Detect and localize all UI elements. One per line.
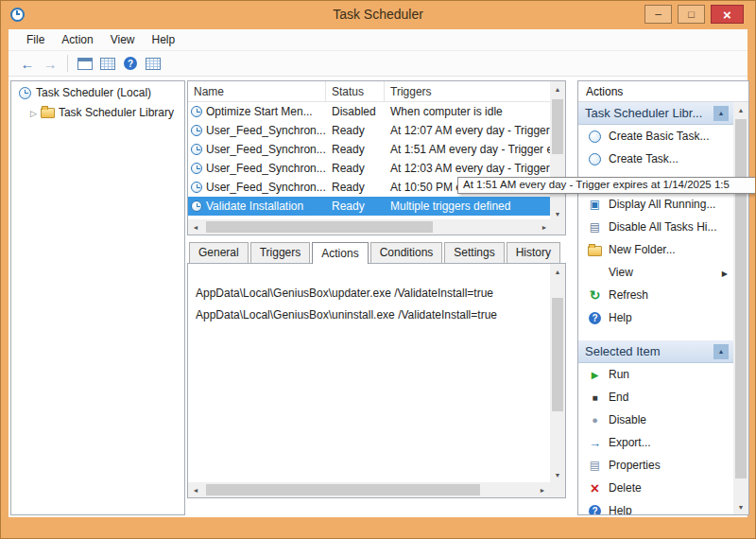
action-refresh[interactable]: Refresh	[578, 284, 733, 306]
scrollbar-thumb[interactable]	[206, 484, 480, 496]
task-row[interactable]: User_Feed_Synchron... Ready At 12:03 AM …	[188, 159, 550, 178]
action-create-task[interactable]: Create Task...	[578, 148, 733, 170]
scroll-up-icon[interactable]	[550, 81, 565, 96]
menu-view[interactable]: View	[102, 30, 144, 49]
scroll-track[interactable]	[733, 117, 748, 499]
tab-actions[interactable]: Actions	[312, 242, 368, 264]
menu-help[interactable]: Help	[144, 30, 184, 49]
tree-item-task-scheduler-local[interactable]: Task Scheduler (Local)	[11, 81, 184, 102]
expand-arrow-icon[interactable]	[30, 106, 37, 119]
menu-action[interactable]: Action	[53, 30, 101, 49]
task-details-pane: GeneralTriggersActionsConditionsSettings…	[187, 242, 566, 498]
help-icon[interactable]	[120, 54, 141, 73]
action-view[interactable]: View	[578, 261, 733, 284]
tab-settings[interactable]: Settings	[444, 242, 504, 263]
view-icon	[588, 266, 602, 280]
task-status: Ready	[326, 181, 385, 194]
action-display-all-running[interactable]: Display All Running...	[578, 193, 733, 216]
back-icon[interactable]	[17, 54, 38, 73]
scroll-left-icon[interactable]	[188, 219, 203, 235]
new-folder-icon	[588, 243, 602, 257]
scrollbar-thumb[interactable]	[552, 298, 563, 411]
action-help[interactable]: Help	[578, 306, 733, 329]
details-content: AppData\Local\GeniusBox\updater.exe /Val…	[187, 263, 566, 498]
task-status: Ready	[326, 200, 385, 213]
details-hscrollbar[interactable]	[188, 482, 550, 497]
scroll-up-icon[interactable]	[550, 264, 565, 279]
console-window-icon[interactable]	[75, 54, 95, 73]
task-status: Ready	[326, 124, 385, 137]
actions-section-header[interactable]: Selected Item	[578, 340, 733, 363]
task-list-hscrollbar[interactable]	[188, 219, 552, 235]
tab-general[interactable]: General	[189, 242, 249, 263]
scroll-track[interactable]	[550, 279, 565, 467]
console-tree-icon[interactable]	[97, 54, 118, 73]
action-disable-all-tasks-hi[interactable]: Disable All Tasks Hi...	[578, 216, 733, 238]
forward-icon[interactable]	[40, 54, 60, 73]
action-help[interactable]: Help	[578, 499, 733, 514]
tab-triggers[interactable]: Triggers	[250, 242, 311, 263]
export-icon	[588, 436, 602, 450]
action-delete[interactable]: Delete	[578, 477, 733, 499]
task-row[interactable]: Validate Installation Ready Multiple tri…	[188, 197, 550, 216]
action-new-folder[interactable]: New Folder...	[578, 238, 733, 261]
column-header-name[interactable]: Name	[188, 81, 326, 101]
task-row[interactable]: Optimize Start Men... Disabled When comp…	[188, 102, 550, 121]
scroll-up-icon[interactable]	[733, 102, 748, 117]
collapse-chevron-icon[interactable]	[713, 344, 729, 359]
action-create-basic-task[interactable]: Create Basic Task...	[578, 125, 733, 148]
section-header-label: Task Scheduler Libr...	[585, 106, 702, 120]
action-line: AppData\Local\GeniusBox\uninstall.exe /V…	[196, 304, 546, 326]
tab-conditions[interactable]: Conditions	[370, 242, 443, 263]
run-icon	[588, 368, 602, 382]
titlebar[interactable]: Task Scheduler	[1, 1, 755, 29]
create-task-icon	[588, 152, 602, 166]
disable-icon	[588, 413, 602, 427]
action-run[interactable]: Run	[578, 363, 733, 386]
action-item-label: End	[609, 391, 628, 404]
tab-history[interactable]: History	[507, 242, 560, 263]
action-pane-icon[interactable]	[143, 54, 163, 73]
task-status: Ready	[326, 162, 385, 175]
action-properties[interactable]: Properties	[578, 454, 733, 477]
action-export[interactable]: Export...	[578, 431, 733, 454]
tree-item-task-scheduler-library[interactable]: Task Scheduler Library	[11, 102, 184, 122]
refresh-icon	[588, 288, 602, 303]
task-name: User_Feed_Synchron...	[206, 162, 326, 175]
content-area: Task Scheduler (Local) Task Scheduler Li…	[9, 77, 747, 517]
scrollbar-thumb[interactable]	[552, 99, 563, 154]
minimize-button[interactable]	[644, 5, 672, 24]
scroll-left-icon[interactable]	[188, 482, 203, 497]
scroll-down-icon[interactable]	[733, 499, 748, 514]
task-triggers: Multiple triggers defined	[385, 200, 550, 213]
action-item-label: Disable All Tasks Hi...	[609, 220, 717, 234]
task-row[interactable]: User_Feed_Synchron... Ready At 12:07 AM …	[188, 121, 550, 140]
action-disable[interactable]: Disable	[578, 409, 733, 431]
window-title: Task Scheduler	[1, 7, 755, 22]
task-clock-icon	[191, 163, 202, 174]
action-item-label: Export...	[609, 436, 651, 449]
column-header-status[interactable]: Status	[326, 81, 385, 101]
close-button[interactable]	[711, 5, 744, 24]
maximize-button[interactable]	[678, 5, 705, 24]
scrollbar-thumb[interactable]	[735, 119, 747, 478]
details-vscrollbar[interactable]	[550, 264, 565, 482]
caption-buttons	[644, 5, 744, 24]
scroll-track[interactable]	[203, 482, 535, 497]
action-item-label: Create Basic Task...	[609, 130, 710, 143]
help-icon	[588, 311, 602, 325]
action-end[interactable]: End	[578, 386, 733, 409]
scroll-right-icon[interactable]	[535, 482, 550, 497]
collapse-chevron-icon[interactable]	[713, 106, 729, 121]
menu-file[interactable]: File	[18, 30, 53, 49]
task-row[interactable]: User_Feed_Synchron... Ready At 1:51 AM e…	[188, 140, 550, 159]
actions-vscrollbar[interactable]	[733, 102, 748, 514]
column-header-triggers[interactable]: Triggers	[385, 81, 550, 101]
task-list-vscrollbar[interactable]	[550, 81, 565, 221]
menubar: FileActionViewHelp	[9, 29, 747, 51]
task-triggers: At 12:07 AM every day - Trigger ex	[385, 124, 550, 137]
actions-section-header[interactable]: Task Scheduler Libr...	[578, 102, 733, 125]
scrollbar-thumb[interactable]	[206, 221, 433, 233]
scroll-track[interactable]	[203, 219, 537, 235]
scroll-down-icon[interactable]	[550, 467, 565, 482]
